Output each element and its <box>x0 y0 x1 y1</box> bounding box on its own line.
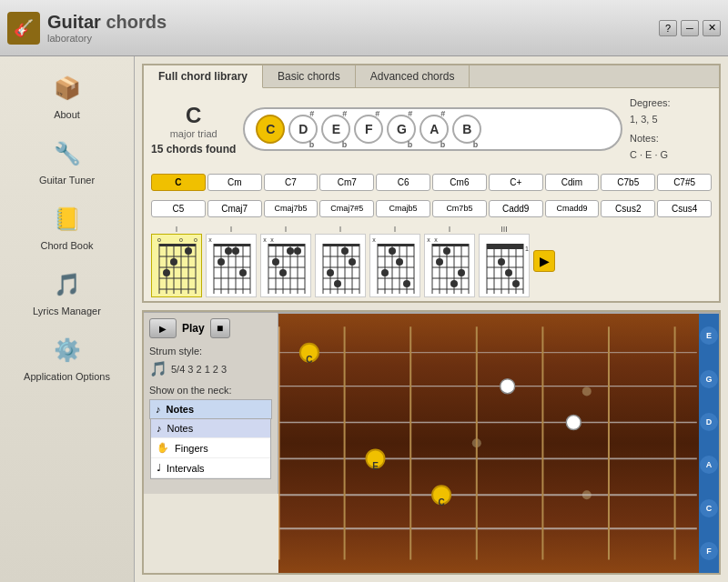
svg-point-151 <box>566 416 581 430</box>
chord-btn-Csus4[interactable]: Csus4 <box>657 200 712 217</box>
fretboard: C E C E G D A <box>278 312 719 573</box>
notes-menu-item-intervals[interactable]: ♩ Intervals <box>151 458 270 478</box>
chord-btn-Cmaj7[interactable]: Cmaj7 <box>207 200 262 217</box>
svg-rect-31 <box>214 244 250 246</box>
chord-btn-Cm7b5[interactable]: Cm7b5 <box>432 200 487 217</box>
content-area: Full chord library Basic chords Advanced… <box>135 56 728 582</box>
chord-count: 15 chords found <box>151 143 236 156</box>
about-icon: 📦 <box>50 71 85 105</box>
stop-button[interactable]: ■ <box>210 318 230 338</box>
notes-menu-item-fingers[interactable]: ✋ Fingers <box>151 438 270 458</box>
chord-btn-C6[interactable]: C6 <box>376 174 430 191</box>
svg-point-13 <box>185 247 192 255</box>
chord-btn-Cmajb5[interactable]: Cmajb5 <box>376 200 430 217</box>
svg-text:C: C <box>306 355 312 365</box>
degrees-value: 1, 3, 5 <box>630 112 712 128</box>
chord-btn-Cm6[interactable]: Cm6 <box>432 174 487 191</box>
next-diagram-button[interactable]: ▶ <box>533 250 555 272</box>
svg-point-71 <box>327 269 334 276</box>
diagram-6[interactable]: I x <box>424 225 475 297</box>
svg-text:C: C <box>438 497 444 507</box>
svg-point-106 <box>443 247 450 255</box>
play-controls: ▶ Play ■ Strum style: 🎵 5/4 3 2 1 2 3 Sh… <box>144 312 278 494</box>
chord-info: Degrees: 1, 3, 5 Notes: C · E · G <box>630 95 712 163</box>
chord-type-grid-row2: C5 Cmaj7 Cmaj7b5 Cmaj7#5 Cmajb5 Cm7b5 Ca… <box>144 196 719 221</box>
chord-btn-Cmaj7s5[interactable]: Cmaj7#5 <box>319 200 374 217</box>
sidebar-item-chordbook[interactable]: 📒 Chord Book <box>4 195 130 258</box>
svg-text:x: x <box>434 236 438 243</box>
diagram-7-svg: 1 <box>479 234 530 297</box>
strum-style-label: Strum style: <box>149 346 272 356</box>
svg-point-90 <box>403 280 410 287</box>
chord-btn-C5[interactable]: C5 <box>151 200 206 217</box>
string-D: D <box>700 413 718 431</box>
string-labels: E G D A C F <box>699 314 719 573</box>
diagram-4-svg <box>315 234 366 297</box>
play-row: ▶ Play ■ <box>149 318 272 338</box>
svg-point-52 <box>287 247 294 255</box>
sidebar-item-tuner[interactable]: 🔧 Guitar Tuner <box>4 129 130 193</box>
fingers-item-label: Fingers <box>175 443 208 454</box>
chord-btn-Csus2[interactable]: Csus2 <box>601 200 655 217</box>
diagram-3-svg: x x <box>260 234 311 297</box>
chord-btn-C[interactable]: C <box>151 174 206 191</box>
note-E[interactable]: # E b <box>321 115 350 144</box>
chord-btn-Cadd9[interactable]: Cadd9 <box>489 200 543 217</box>
svg-point-14 <box>170 258 177 266</box>
svg-point-109 <box>450 280 458 287</box>
svg-rect-103 <box>432 244 469 246</box>
notes-label: Notes: <box>630 131 712 147</box>
tab-basic-chords[interactable]: Basic chords <box>263 65 356 87</box>
chord-selector: C major triad 15 chords found C # D b # … <box>144 88 719 170</box>
string-F: F <box>700 542 718 560</box>
sidebar-label-tuner: Guitar Tuner <box>39 175 95 186</box>
play-label: Play <box>182 322 205 335</box>
svg-rect-12 <box>159 244 196 246</box>
note-B[interactable]: B b <box>452 115 481 144</box>
note-F[interactable]: # F <box>354 115 383 144</box>
strum-pattern: 5/4 3 2 1 2 3 <box>171 364 227 375</box>
diagram-2[interactable]: I x <box>206 225 257 297</box>
chord-btn-Cdim[interactable]: Cdim <box>545 174 600 191</box>
close-button[interactable]: ✕ <box>703 20 721 36</box>
svg-text:x: x <box>208 236 212 243</box>
svg-text:o: o <box>194 236 197 243</box>
notes-menu: ♪ Notes ✋ Fingers ♩ Intervals <box>150 418 271 479</box>
diagram-5[interactable]: I x <box>369 225 420 297</box>
string-E-high: E <box>700 326 718 345</box>
chord-btn-Cplus[interactable]: C+ <box>489 174 543 191</box>
diagram-1-pos: I <box>176 225 178 234</box>
music-note-icon: ♪ <box>156 404 161 415</box>
sidebar-item-about[interactable]: 📦 About <box>4 64 130 127</box>
chord-type-grid-row1: C Cm C7 Cm7 C6 Cm6 C+ Cdim C7b5 C7#5 <box>144 170 719 195</box>
sidebar-label-about: About <box>54 109 80 120</box>
svg-point-35 <box>217 258 225 266</box>
note-C[interactable]: C <box>256 115 285 144</box>
chord-btn-C7b5[interactable]: C7b5 <box>601 174 655 191</box>
chord-btn-C7s5[interactable]: C7#5 <box>657 174 712 191</box>
chord-btn-Cm7[interactable]: Cm7 <box>319 174 374 191</box>
play-button[interactable]: ▶ <box>149 318 177 338</box>
diagram-3[interactable]: I x <box>260 225 311 297</box>
note-A[interactable]: # A b <box>420 115 449 144</box>
help-button[interactable]: ? <box>659 20 677 36</box>
chord-btn-Cmadd9[interactable]: Cmadd9 <box>545 200 600 217</box>
chord-btn-Cmaj7b5[interactable]: Cmaj7b5 <box>264 200 318 217</box>
notes-menu-item-notes[interactable]: ♪ Notes <box>151 419 270 438</box>
notes-dropdown-header[interactable]: ♪ Notes <box>150 400 271 418</box>
tab-advanced-chords[interactable]: Advanced chords <box>356 65 470 87</box>
minimize-button[interactable]: ─ <box>681 20 699 36</box>
diagram-1[interactable]: I <box>151 225 202 297</box>
diagram-3-pos: I <box>285 225 288 234</box>
chord-btn-C7[interactable]: C7 <box>264 174 318 191</box>
title-bar: 🎸 Guitar chords laboratory ? ─ ✕ <box>0 0 728 56</box>
sidebar-label-chordbook: Chord Book <box>40 240 93 251</box>
chord-btn-Cm[interactable]: Cm <box>207 174 262 191</box>
diagram-4[interactable]: I <box>315 225 366 297</box>
sidebar-item-lyrics[interactable]: 🎵 Lyrics Manager <box>4 260 130 324</box>
tab-full-chord-library[interactable]: Full chord library <box>144 65 263 88</box>
sidebar-item-options[interactable]: ⚙️ Application Options <box>4 326 130 389</box>
note-G[interactable]: # G b <box>387 115 416 144</box>
diagram-7[interactable]: III <box>479 225 530 297</box>
note-D[interactable]: # D b <box>288 115 318 144</box>
